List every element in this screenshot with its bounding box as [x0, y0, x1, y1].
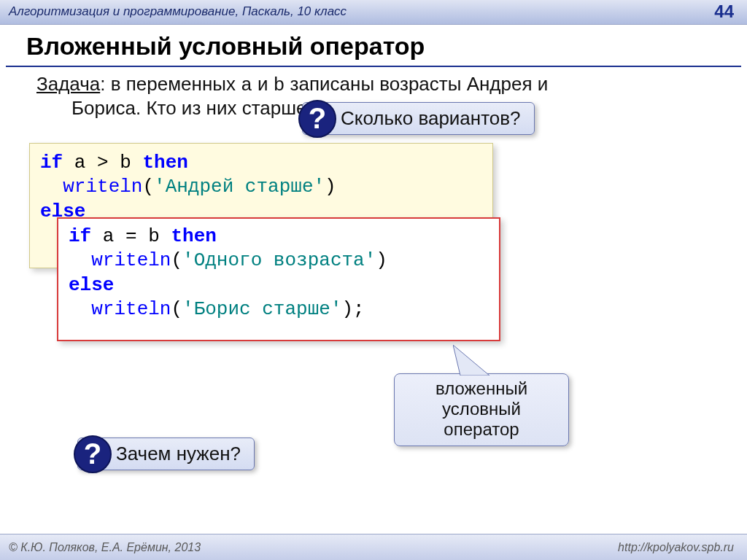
- fn-writeln-3: writeln: [91, 298, 171, 320]
- kw-if-2: if: [69, 225, 91, 247]
- course-title: Алгоритмизация и программирование, Паска…: [9, 4, 347, 19]
- nested-line-3: else: [69, 273, 489, 298]
- task-mid: и: [252, 73, 274, 95]
- str-1: 'Андрей старше': [154, 176, 325, 198]
- semi: ;: [353, 298, 365, 320]
- label-line3: оператор: [400, 419, 562, 440]
- indent-2: [40, 176, 63, 198]
- task-part1: в переменных: [105, 73, 241, 95]
- title-underline: [6, 66, 741, 67]
- cond-2: a = b: [91, 225, 171, 247]
- label-line2: условный: [400, 399, 562, 419]
- kw-then-2: then: [171, 225, 216, 247]
- indent-n4: [69, 298, 91, 320]
- kw-else-2: else: [69, 274, 114, 296]
- str-3: 'Борис старше': [182, 298, 341, 320]
- cond-1: a > b: [63, 152, 142, 174]
- paren-o-1: (: [142, 176, 154, 198]
- nested-line-1: if a = b then: [69, 225, 489, 249]
- paren-o-3: (: [171, 298, 182, 320]
- task-part2: записаны возрасты Андрея и: [285, 73, 548, 95]
- callout-variants: ? Сколько вариантов?: [302, 102, 535, 135]
- callout-why-text: Зачем нужен?: [116, 443, 241, 465]
- footer-bar: © К.Ю. Поляков, Е.А. Ерёмин, 2013 http:/…: [0, 534, 747, 560]
- paren-c-3: ): [341, 298, 353, 320]
- slide: Алгоритмизация и программирование, Паска…: [0, 0, 747, 560]
- nested-line-2: writeln('Одного возраста'): [69, 249, 489, 273]
- code-line-1: if a > b then: [40, 151, 482, 175]
- slide-title: Вложенный условный оператор: [26, 32, 425, 61]
- code-block-nested: if a = b then writeln('Одного возраста')…: [57, 217, 500, 341]
- kw-if: if: [40, 152, 63, 174]
- nested-line-4: writeln('Борис старше');: [69, 298, 489, 322]
- fn-writeln-1: writeln: [63, 176, 142, 198]
- paren-c-2: ): [376, 249, 387, 271]
- label-line1: вложенный: [400, 378, 562, 399]
- paren-c-1: ): [325, 176, 336, 198]
- paren-o-2: (: [171, 249, 182, 271]
- callout-why: ? Зачем нужен?: [77, 438, 255, 470]
- indent-n2: [69, 249, 91, 271]
- callout-variants-text: Сколько вариантов?: [341, 107, 521, 130]
- label-nested-operator: вложенный условный оператор: [394, 373, 569, 446]
- question-icon: ?: [298, 100, 336, 138]
- footer-copyright: © К.Ю. Поляков, Е.А. Ерёмин, 2013: [9, 541, 201, 554]
- footer-url: http://kpolyakov.spb.ru: [618, 541, 734, 554]
- question-icon-2: ?: [74, 435, 112, 473]
- code-line-2: writeln('Андрей старше'): [40, 175, 482, 199]
- svg-marker-0: [453, 345, 489, 376]
- task-lead: Задача: [36, 73, 100, 96]
- callout-tail-icon: [453, 345, 497, 376]
- header-bar: Алгоритмизация и программирование, Паска…: [0, 0, 747, 25]
- fn-writeln-2: writeln: [91, 249, 171, 271]
- page-number: 44: [714, 1, 734, 22]
- str-2: 'Одного возраста': [182, 249, 376, 271]
- kw-then: then: [142, 152, 187, 174]
- var-b: b: [274, 74, 285, 96]
- var-a: a: [241, 74, 252, 96]
